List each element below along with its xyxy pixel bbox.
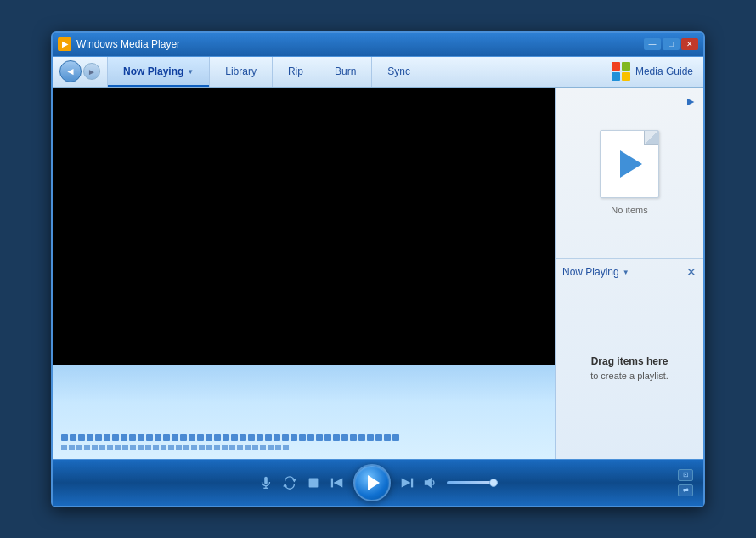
viz-dot <box>214 434 221 441</box>
viz-row-2 <box>61 445 546 450</box>
playlist-title: Now Playing <box>562 266 619 278</box>
viz-dot <box>324 434 331 441</box>
viz-dot <box>61 445 67 450</box>
volume-slider[interactable] <box>447 481 498 484</box>
play-icon <box>368 475 380 490</box>
viz-dot <box>112 434 119 441</box>
viz-dot <box>176 445 182 450</box>
viz-dot <box>237 445 243 450</box>
viz-dot <box>189 434 195 441</box>
viz-dot <box>70 434 76 441</box>
svg-rect-8 <box>331 478 333 487</box>
tab-burn[interactable]: Burn <box>319 57 372 87</box>
viz-dot <box>199 445 205 450</box>
back-button[interactable]: ◄ <box>59 60 82 82</box>
viz-dot <box>206 445 212 450</box>
viz-dot <box>146 434 153 441</box>
viz-dot <box>245 445 251 450</box>
windows-logo-icon <box>612 62 630 81</box>
viz-dot <box>341 434 348 441</box>
svg-rect-10 <box>411 478 413 487</box>
tab-now-playing[interactable]: Now Playing ▼ <box>108 57 210 87</box>
tab-rip[interactable]: Rip <box>273 57 319 87</box>
stop-button[interactable] <box>306 475 321 490</box>
mute-icon <box>258 475 274 490</box>
viz-dot <box>197 434 204 441</box>
viz-dot <box>172 434 178 441</box>
playlist-dropdown-button[interactable]: ▼ <box>623 269 629 276</box>
prev-button[interactable] <box>330 475 345 490</box>
media-guide-tab[interactable]: Media Guide <box>601 57 703 87</box>
play-triangle-icon <box>620 150 642 178</box>
drag-title: Drag items here <box>591 355 669 367</box>
viz-dot <box>121 434 127 441</box>
viz-dot <box>87 434 93 441</box>
viz-dot <box>268 445 274 450</box>
viz-dot <box>274 434 280 441</box>
repeat-icon <box>282 475 297 490</box>
viz-dot <box>107 445 113 450</box>
minimize-button[interactable]: — <box>644 38 661 50</box>
viz-dot <box>161 445 166 450</box>
tab-sync[interactable]: Sync <box>372 57 426 87</box>
play-button[interactable] <box>353 464 391 501</box>
viz-dot <box>129 434 136 441</box>
viz-dot <box>283 445 289 450</box>
nav-back-section: ◄ ► <box>53 57 108 87</box>
viz-dot <box>358 434 365 441</box>
playlist-close-button[interactable]: ✕ <box>686 266 697 278</box>
repeat-button[interactable] <box>282 475 297 490</box>
viz-dot <box>223 434 229 441</box>
viz-dots <box>61 434 546 450</box>
mute-button[interactable] <box>258 475 274 490</box>
viz-dot <box>76 445 82 450</box>
svg-marker-11 <box>402 478 411 487</box>
viz-dot <box>384 434 391 441</box>
viz-dot <box>99 445 105 450</box>
tab-library[interactable]: Library <box>210 57 273 87</box>
viz-dot <box>168 445 174 450</box>
viz-dot <box>392 434 399 441</box>
svg-rect-7 <box>309 478 319 487</box>
viz-dot <box>257 434 263 441</box>
right-panel: ► No items Now Playing ▼ ✕ Drag items he… <box>555 88 703 459</box>
playlist-panel: Now Playing ▼ ✕ Drag items here to creat… <box>556 259 703 458</box>
svg-marker-12 <box>425 477 432 488</box>
close-button[interactable]: ✕ <box>681 38 698 50</box>
video-screen <box>53 88 555 365</box>
no-items-label: No items <box>611 205 647 215</box>
corner-buttons: ⊡ ⇄ <box>678 469 693 496</box>
svg-rect-1 <box>622 62 630 71</box>
svg-marker-9 <box>334 478 343 487</box>
viz-dot <box>163 434 170 441</box>
viz-dot <box>229 445 235 450</box>
viz-dot <box>183 445 189 450</box>
viz-dot <box>240 434 246 441</box>
viz-dot <box>61 434 68 441</box>
viz-dot <box>350 434 357 441</box>
viz-dot <box>252 445 258 450</box>
viz-dot <box>115 445 121 450</box>
prev-icon <box>330 475 345 490</box>
viz-dot <box>145 445 151 450</box>
wmp-icon: ▶ <box>58 37 71 51</box>
viz-dot <box>248 434 255 441</box>
playlist-header: Now Playing ▼ ✕ <box>562 266 697 278</box>
viz-dot <box>95 434 102 441</box>
viz-dot <box>375 434 382 441</box>
title-bar: ▶ Windows Media Player — □ ✕ <box>53 33 703 57</box>
svg-rect-3 <box>622 72 630 81</box>
window-controls: — □ ✕ <box>644 38 698 50</box>
mini-mode-button[interactable]: ⊡ <box>678 469 693 481</box>
right-arrow-button[interactable]: ► <box>685 94 697 108</box>
viz-dot <box>316 434 323 441</box>
svg-rect-4 <box>264 476 268 484</box>
viz-dot <box>299 434 306 441</box>
switch-mode-button[interactable]: ⇄ <box>678 484 693 496</box>
media-file-icon <box>600 130 659 198</box>
viz-dot <box>275 445 281 450</box>
next-button[interactable] <box>399 475 415 490</box>
volume-button[interactable] <box>423 475 438 490</box>
maximize-button[interactable]: □ <box>663 38 680 50</box>
forward-button[interactable]: ► <box>83 63 100 80</box>
